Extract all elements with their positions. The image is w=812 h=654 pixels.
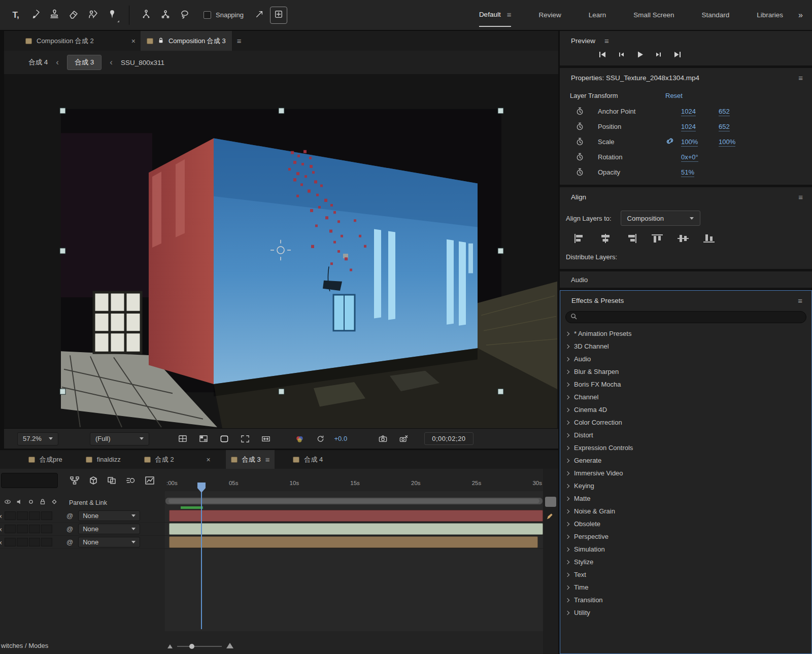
- effects-category-item[interactable]: Obsolete: [560, 518, 811, 530]
- chevron-right-icon[interactable]: [565, 471, 569, 475]
- resolution-select[interactable]: (Full): [90, 432, 150, 445]
- effects-category-item[interactable]: Audio: [560, 353, 811, 365]
- chevron-right-icon[interactable]: [565, 407, 569, 411]
- comp-marker-bin-button[interactable]: [545, 497, 556, 507]
- anchor-point-y-value[interactable]: 652: [719, 108, 730, 116]
- frame-blending-icon[interactable]: [107, 475, 118, 486]
- pixel-aspect-correction-button[interactable]: [259, 432, 273, 445]
- align-center-vertical-button[interactable]: [678, 234, 689, 243]
- solo-toggle[interactable]: [29, 511, 40, 520]
- parent-pick-whip-icon[interactable]: @: [66, 538, 73, 546]
- effects-category-item[interactable]: * Animation Presets: [560, 327, 811, 340]
- close-tab-icon[interactable]: ×: [207, 456, 211, 464]
- grid-and-guides-button[interactable]: [176, 432, 190, 445]
- lock-toggle[interactable]: [41, 525, 52, 533]
- lock-toggle[interactable]: [41, 511, 52, 520]
- effects-search-input[interactable]: [581, 314, 801, 321]
- composition-viewport[interactable]: [4, 74, 558, 428]
- timeline-tab-comp-pre[interactable]: 合成pre: [23, 450, 67, 469]
- chevron-right-icon[interactable]: [565, 369, 569, 373]
- layer-row-2[interactable]: fx @ None: [0, 523, 543, 536]
- chevron-right-icon[interactable]: [565, 458, 569, 462]
- audio-toggle[interactable]: [17, 511, 28, 520]
- effects-category-item[interactable]: Distort: [560, 429, 811, 441]
- workspace-tab-standard[interactable]: Standard: [702, 4, 730, 26]
- transparency-grid-button[interactable]: [196, 432, 211, 445]
- timeline-tab-comp2[interactable]: 合成 2: [139, 450, 179, 469]
- label-diamond-icon[interactable]: [51, 498, 58, 507]
- chevron-right-icon[interactable]: [565, 598, 569, 602]
- effects-category-item[interactable]: Immersive Video: [560, 467, 811, 479]
- audio-toggle[interactable]: [17, 538, 28, 546]
- lock-toggle[interactable]: [41, 538, 52, 546]
- draft-3d-icon[interactable]: [88, 475, 99, 486]
- zoom-slider-track[interactable]: [177, 646, 222, 647]
- layer-duration-bar[interactable]: [169, 536, 538, 548]
- anchor-point-x-value[interactable]: 1024: [681, 108, 696, 116]
- comp-mini-flowchart-icon[interactable]: [69, 475, 80, 486]
- composition-tab-active[interactable]: Composition 合成 3: [141, 31, 232, 51]
- parent-link-select[interactable]: None: [78, 524, 140, 534]
- audio-speaker-icon[interactable]: [16, 498, 23, 507]
- align-target-select[interactable]: Composition: [621, 211, 700, 226]
- lock-icon[interactable]: [39, 498, 46, 507]
- show-snapshot-button[interactable]: [396, 432, 411, 445]
- chevron-right-icon[interactable]: [565, 445, 569, 450]
- align-right-button[interactable]: [626, 234, 637, 243]
- playhead-line[interactable]: [201, 491, 202, 629]
- effects-category-item[interactable]: Simulation: [560, 543, 811, 556]
- position-x-value[interactable]: 1024: [681, 123, 696, 131]
- fx-badge[interactable]: fx: [0, 513, 4, 519]
- opacity-value[interactable]: 51%: [681, 168, 694, 177]
- go-to-end-button[interactable]: [671, 50, 684, 58]
- clone-stamp-tool-button[interactable]: [46, 7, 63, 24]
- panel-menu-icon[interactable]: ≡: [237, 37, 242, 45]
- lasso-tool-button[interactable]: [176, 7, 193, 24]
- composition-canvas[interactable]: [4, 74, 558, 428]
- parent-pick-whip-icon[interactable]: @: [66, 525, 73, 533]
- fx-badge[interactable]: fx: [0, 526, 4, 532]
- mask-visibility-button[interactable]: [217, 432, 231, 445]
- breadcrumb-comp3-current[interactable]: 合成 3: [67, 55, 101, 70]
- timeline-tab-comp4[interactable]: 合成 4: [288, 450, 328, 469]
- effects-category-item[interactable]: Stylize: [560, 556, 811, 568]
- scale-x-value[interactable]: 100%: [681, 138, 698, 147]
- fx-badge[interactable]: fx: [0, 539, 4, 545]
- chevron-right-icon[interactable]: [565, 522, 569, 526]
- zoom-in-mountain-icon[interactable]: [226, 642, 233, 650]
- show-channels-button[interactable]: [292, 432, 307, 445]
- stopwatch-icon[interactable]: [576, 137, 584, 146]
- effects-category-item[interactable]: Matte: [560, 492, 811, 505]
- chevron-right-icon[interactable]: [565, 560, 569, 564]
- effects-category-item[interactable]: Transition: [560, 594, 811, 606]
- breadcrumb-comp4[interactable]: 合成 4: [28, 58, 48, 67]
- toggle-switches-modes-button[interactable]: witches / Modes: [1, 642, 48, 649]
- effects-category-item[interactable]: Time: [560, 581, 811, 594]
- chevron-right-icon[interactable]: [565, 395, 569, 399]
- snapping-checkbox[interactable]: [204, 11, 211, 19]
- parent-link-select[interactable]: None: [78, 510, 140, 521]
- reset-exposure-button[interactable]: [313, 432, 327, 445]
- parent-link-select[interactable]: None: [78, 537, 140, 547]
- video-eye-icon[interactable]: [4, 498, 11, 507]
- panel-menu-icon[interactable]: ≡: [798, 74, 803, 82]
- node-graph-tool-button[interactable]: [138, 7, 155, 24]
- chevron-right-icon[interactable]: [565, 509, 569, 513]
- align-left-button[interactable]: [574, 234, 585, 243]
- take-snapshot-button[interactable]: [376, 432, 390, 445]
- video-toggle[interactable]: [5, 525, 16, 533]
- snap-crosshair-button[interactable]: [270, 7, 287, 24]
- audio-panel[interactable]: Audio: [560, 271, 812, 288]
- merge-paths-tool-button[interactable]: [157, 7, 174, 24]
- effects-search-box[interactable]: [565, 311, 806, 323]
- panel-menu-icon[interactable]: ≡: [798, 297, 802, 304]
- type-tool-button[interactable]: T,: [7, 7, 24, 24]
- layer-row-3[interactable]: fx @ None: [0, 536, 543, 549]
- roto-brush-tool-button[interactable]: [84, 7, 101, 24]
- region-of-interest-button[interactable]: [238, 432, 252, 445]
- effects-category-item[interactable]: Boris FX Mocha: [560, 378, 811, 391]
- effects-category-item[interactable]: Blur & Sharpen: [560, 365, 811, 378]
- effects-category-item[interactable]: 3D Channel: [560, 340, 811, 353]
- chevron-right-icon[interactable]: [565, 420, 569, 424]
- solo-icon[interactable]: [27, 498, 35, 507]
